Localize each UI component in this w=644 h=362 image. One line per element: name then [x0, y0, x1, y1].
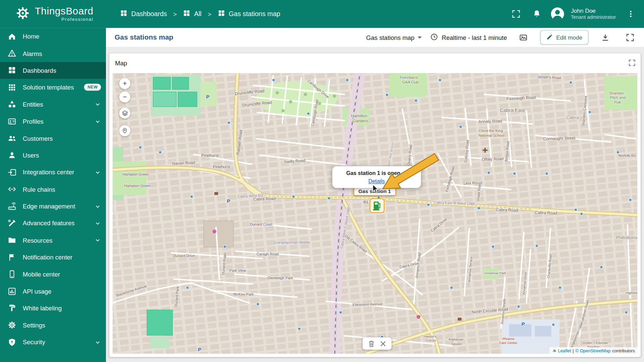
sidebar-item-rule-chains[interactable]: Rule chains [0, 181, 106, 198]
timewindow-button[interactable]: Realtime - last 1 minute [430, 33, 507, 42]
dashboards-icon [183, 9, 190, 18]
sidebar-item-alarms[interactable]: Alarms [0, 45, 106, 62]
sidebar: Home Alarms Dashboards Solution template… [0, 28, 106, 362]
sidebar-item-settings[interactable]: Settings [0, 317, 106, 334]
openstreetmap-link[interactable]: © OpenStreetMap [576, 348, 611, 353]
svg-text:Cabra East: Cabra East [500, 108, 525, 113]
new-badge: NEW [84, 84, 101, 91]
sidebar-item-solution-templates[interactable]: Solution templates NEW [0, 79, 106, 96]
status-ok-dot [403, 171, 407, 175]
page-title: Gas stations map [115, 33, 173, 41]
sidebar-item-label: Home [23, 33, 39, 40]
svg-text:P: P [227, 198, 230, 204]
breadcrumb-separator: > [208, 10, 211, 17]
sidebar-item-mobile-center[interactable]: Mobile center [0, 266, 106, 283]
notifications-bell-button[interactable] [529, 6, 545, 22]
gas-station-tooltip: Gas station 1 [354, 187, 396, 196]
category-icon [7, 100, 16, 109]
chevron-down-icon [94, 237, 101, 244]
thingsboard-logo-icon [15, 5, 31, 22]
map-canvas[interactable]: PPPP Drumcliffe RoadDrumcliffe RoadCarnl… [113, 73, 638, 354]
close-icon[interactable] [380, 341, 386, 346]
sidebar-item-label: Settings [23, 322, 45, 329]
app-window: ThingsBoard Professional Dashboards > Al… [0, 0, 644, 362]
sidebar-item-label: Dashboards [23, 67, 56, 74]
sidebar-item-profiles[interactable]: Profiles [0, 113, 106, 130]
zoom-controls: + − [119, 78, 130, 103]
sidebar-item-label: Mobile center [23, 271, 60, 278]
user-name: John Doe [571, 7, 616, 14]
popup-status-text: Gas station 1 is open [346, 170, 400, 176]
widget-title: Map [113, 59, 127, 66]
sidebar-item-white-labeling[interactable]: White labeling [0, 300, 106, 317]
location-pin-button[interactable] [119, 125, 130, 136]
svg-text:Corner: Corner [426, 339, 436, 342]
clock-icon [430, 33, 439, 42]
kebab-menu-icon[interactable] [623, 6, 639, 22]
svg-text:P: P [198, 347, 201, 352]
svg-text:Phoenix: Phoenix [502, 337, 515, 341]
image-export-button[interactable] [515, 29, 532, 46]
sidebar-item-users[interactable]: Users [0, 147, 106, 164]
widget-header: Map [113, 56, 638, 70]
attribution-suffix: contributors [612, 348, 635, 353]
chevron-down-icon [94, 169, 101, 176]
avatar[interactable] [549, 6, 566, 22]
gas-station-marker[interactable] [370, 198, 384, 213]
top-header: ThingsBoard Professional Dashboards > Al… [0, 0, 644, 28]
breadcrumb-gas-stations-map[interactable]: Gas stations map [218, 9, 280, 18]
svg-text:McKee Park: McKee Park [233, 292, 254, 296]
svg-text:Cabra: Cabra [566, 115, 579, 120]
trash-icon[interactable] [368, 340, 375, 347]
details-link[interactable]: Details [368, 178, 385, 184]
sidebar-item-integrations-center[interactable]: Integrations center [0, 164, 106, 181]
sidebar-item-resources[interactable]: Resources [0, 232, 106, 249]
svg-text:Pinehurst: Pinehurst [201, 153, 219, 158]
svg-text:Hanlon's: Hanlon's [424, 335, 437, 338]
sidebar-item-label: Customers [23, 135, 53, 142]
sidebar-item-edge-management[interactable]: Edge management [0, 198, 106, 215]
zoom-in-button[interactable]: + [119, 78, 130, 89]
svg-text:Square: Square [451, 342, 462, 346]
sidebar-item-home[interactable]: Home [0, 28, 106, 45]
widget-fullscreen-icon[interactable] [628, 59, 637, 66]
sidebar-item-dashboards[interactable]: Dashboards [0, 62, 106, 79]
svg-text:Caragh Road: Caragh Road [257, 252, 279, 256]
brand-edition: Professional [61, 17, 93, 21]
svg-text:Phibsborough: Phibsborough [616, 235, 637, 240]
sidebar-item-security[interactable]: Security [0, 334, 106, 351]
svg-text:Dunard Court: Dunard Court [250, 223, 272, 227]
sidebar-item-entities[interactable]: Entities [0, 96, 106, 113]
svg-text:Shandon: Shandon [609, 91, 624, 95]
sidebar-item-api-usage[interactable]: API usage [0, 283, 106, 300]
svg-text:Dunard Drive: Dunard Drive [173, 254, 195, 258]
router-icon [7, 202, 16, 211]
breadcrumb-dashboards[interactable]: Dashboards [120, 9, 167, 18]
home-icon [7, 32, 16, 41]
edit-mode-button[interactable]: Edit mode [540, 30, 588, 45]
fullscreen-icon[interactable] [622, 29, 638, 46]
sidebar-item-customers[interactable]: Customers [0, 130, 106, 147]
warning-icon [7, 49, 16, 58]
sidebar-item-notification-center[interactable]: Notification center [0, 249, 106, 266]
layers-button[interactable] [119, 108, 130, 119]
sidebar-item-label: Advanced features [23, 220, 74, 227]
chevron-down-icon [94, 220, 101, 227]
fullscreen-button[interactable] [508, 6, 524, 22]
breadcrumb-label: Gas stations map [229, 10, 280, 18]
map-widget-card: Map [109, 53, 641, 357]
download-icon[interactable] [597, 29, 613, 46]
app-logo[interactable]: ThingsBoard Professional [0, 5, 106, 22]
leaflet-link[interactable]: Leaflet [558, 348, 571, 353]
svg-text:Highfield: Highfield [626, 291, 638, 295]
shield-icon [7, 338, 16, 347]
dashboard-state-select[interactable]: Gas stations map [366, 34, 422, 41]
dashboard-content: Map [106, 47, 644, 362]
breadcrumb-all[interactable]: All [183, 9, 201, 18]
sidebar-item-label: Alarms [23, 50, 42, 57]
svg-text:National School: National School [478, 133, 504, 137]
zoom-out-button[interactable]: − [119, 92, 130, 103]
sidebar-item-advanced-features[interactable]: Advanced features [0, 215, 106, 232]
svg-text:Annamoe Park: Annamoe Park [484, 271, 506, 275]
svg-text:P: P [206, 94, 209, 100]
